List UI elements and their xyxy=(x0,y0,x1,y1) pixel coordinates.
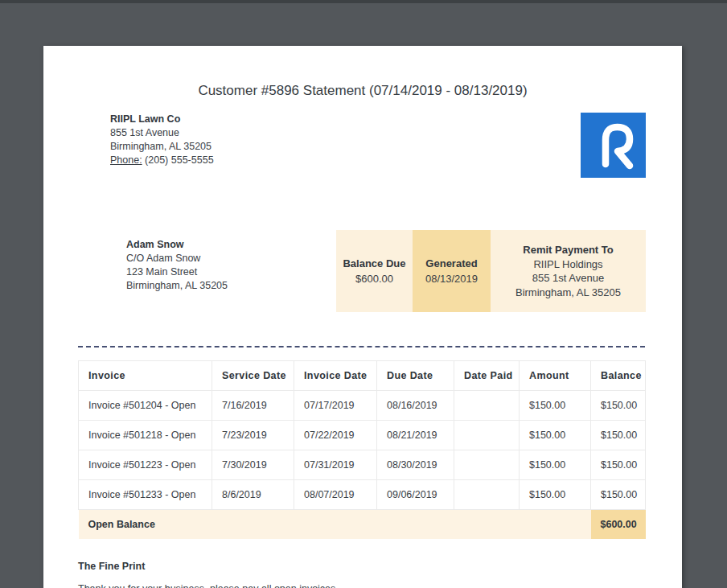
table-cell: 08/30/2019 xyxy=(377,450,454,480)
table-cell: Invoice #501218 - Open xyxy=(79,421,212,450)
remit-label: Remit Payment To xyxy=(491,243,646,257)
table-cell: 08/16/2019 xyxy=(377,391,454,421)
company-phone: Phone: (205) 555-5555 xyxy=(110,154,214,167)
remit-line1: RIIPL Holdings xyxy=(491,257,646,272)
table-cell: $150.00 xyxy=(520,480,591,510)
company-address-line2: Birmingham, AL 35205 xyxy=(110,140,214,154)
invoice-table: InvoiceService DateInvoice DateDue DateD… xyxy=(78,360,646,539)
table-cell: 8/6/2019 xyxy=(212,480,294,510)
remit-line2: 855 1st Avenue xyxy=(491,271,646,286)
column-header: Balance xyxy=(591,361,646,391)
column-header: Service Date xyxy=(212,361,294,391)
page-title: Customer #5896 Statement (07/14/2019 - 0… xyxy=(43,81,682,101)
open-balance-row: Open Balance $600.00 xyxy=(79,510,646,539)
generated-box: Generated 08/13/2019 xyxy=(413,230,491,312)
company-address-line1: 855 1st Avenue xyxy=(110,126,214,140)
company-name: RIIPL Lawn Co xyxy=(110,113,214,126)
column-header: Date Paid xyxy=(454,361,520,391)
table-cell: $150.00 xyxy=(520,421,591,450)
table-cell: 08/21/2019 xyxy=(377,421,454,450)
open-balance-label: Open Balance xyxy=(79,510,591,539)
customer-line1: C/O Adam Snow xyxy=(126,252,228,265)
table-cell: 07/31/2019 xyxy=(294,450,377,480)
table-body: Invoice #501204 - Open7/16/201907/17/201… xyxy=(79,391,646,510)
table-header-row: InvoiceService DateInvoice DateDue DateD… xyxy=(79,361,646,391)
fine-print-heading: The Fine Print xyxy=(78,560,682,574)
table-cell: $150.00 xyxy=(591,421,646,450)
table-cell: 07/17/2019 xyxy=(294,391,377,421)
table-cell: 7/23/2019 xyxy=(212,421,294,450)
table-cell: 07/22/2019 xyxy=(294,421,377,450)
company-info: RIIPL Lawn Co 855 1st Avenue Birmingham,… xyxy=(110,113,214,167)
table-cell xyxy=(454,421,520,450)
summary-strip: Balance Due $600.00 Generated 08/13/2019… xyxy=(336,230,646,312)
table-cell: Invoice #501233 - Open xyxy=(79,480,212,510)
open-balance-value: $600.00 xyxy=(591,510,646,539)
table-cell: 7/16/2019 xyxy=(212,391,294,421)
balance-due-value: $600.00 xyxy=(336,271,413,286)
customer-name: Adam Snow xyxy=(126,238,228,252)
generated-value: 08/13/2019 xyxy=(413,271,491,286)
table-cell: Invoice #501223 - Open xyxy=(79,450,212,480)
table-cell: $150.00 xyxy=(520,450,591,480)
table-cell: $150.00 xyxy=(591,480,646,510)
remit-payment-box: Remit Payment To RIIPL Holdings 855 1st … xyxy=(491,230,646,312)
table-cell: $150.00 xyxy=(520,391,591,421)
table-cell xyxy=(454,391,520,421)
remit-line3: Birmingham, AL 35205 xyxy=(491,286,646,300)
statement-page: Customer #5896 Statement (07/14/2019 - 0… xyxy=(43,46,682,588)
table-cell: Invoice #501204 - Open xyxy=(79,391,212,421)
table-row: Invoice #501233 - Open8/6/201908/07/2019… xyxy=(79,480,646,510)
column-header: Amount xyxy=(520,361,591,391)
table-row: Invoice #501204 - Open7/16/201907/17/201… xyxy=(79,391,646,421)
table-row: Invoice #501223 - Open7/30/201907/31/201… xyxy=(79,450,646,480)
column-header: Invoice Date xyxy=(294,361,377,391)
customer-summary-section: Adam Snow C/O Adam Snow 123 Main Street … xyxy=(43,230,682,312)
column-header: Due Date xyxy=(377,361,454,391)
fine-print-text: Thank you for your business, please pay … xyxy=(78,582,682,588)
column-header: Invoice xyxy=(79,361,212,391)
customer-line3: Birmingham, AL 35205 xyxy=(126,279,228,293)
customer-line2: 123 Main Street xyxy=(126,265,228,279)
table-cell: 7/30/2019 xyxy=(212,450,294,480)
balance-due-box: Balance Due $600.00 xyxy=(336,230,413,312)
generated-label: Generated xyxy=(413,256,491,271)
window-top-bar xyxy=(0,0,727,3)
table-cell: 09/06/2019 xyxy=(377,480,454,510)
table-cell xyxy=(454,480,520,510)
header-section: RIIPL Lawn Co 855 1st Avenue Birmingham,… xyxy=(43,113,682,178)
table-cell: 08/07/2019 xyxy=(294,480,377,510)
phone-label: Phone: xyxy=(110,154,142,166)
table-cell: $150.00 xyxy=(591,450,646,480)
customer-info: Adam Snow C/O Adam Snow 123 Main Street … xyxy=(126,230,228,293)
table-cell xyxy=(454,450,520,480)
company-logo xyxy=(581,113,646,178)
dashed-divider xyxy=(78,346,645,347)
phone-number: (205) 555-5555 xyxy=(142,154,214,166)
balance-due-label: Balance Due xyxy=(336,256,413,271)
table-cell: $150.00 xyxy=(591,391,646,421)
logo-r-icon xyxy=(581,113,646,178)
table-row: Invoice #501218 - Open7/23/201907/22/201… xyxy=(79,421,646,450)
